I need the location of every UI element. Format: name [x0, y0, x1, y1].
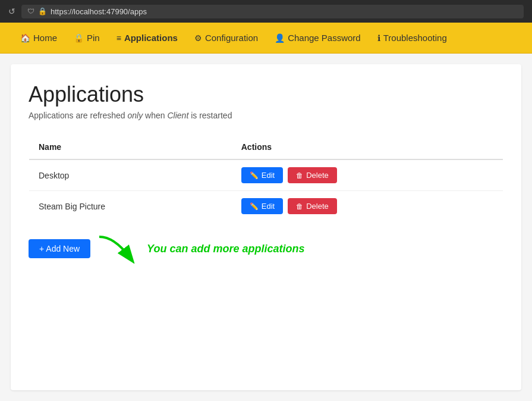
add-new-label: + Add New — [39, 244, 80, 253]
page-subtitle: Applications are refreshed only when Cli… — [29, 111, 503, 120]
navbar: 🏠 Home 🔒 Pin ≡ Applications ⚙ Configurat… — [0, 23, 532, 54]
column-header-name: Name — [29, 135, 232, 160]
nav-applications-label: Applications — [124, 33, 178, 43]
app-name-cell: Steam Big Picture — [29, 191, 232, 222]
page-title: Applications — [29, 82, 503, 107]
nav-home-label: Home — [33, 33, 57, 43]
lock-icon: 🔒 — [38, 7, 47, 15]
url-display: https://localhost:47990/apps — [51, 7, 147, 16]
table-row: Steam Big Picture✏️Edit🗑Delete — [29, 191, 503, 222]
nav-pin[interactable]: 🔒 Pin — [65, 23, 108, 53]
add-new-button[interactable]: + Add New — [29, 239, 90, 258]
table-header-row: Name Actions — [29, 135, 503, 160]
add-new-section: + Add New You can add more applications — [29, 234, 503, 264]
nav-troubleshooting-label: Troubleshooting — [383, 33, 447, 43]
app-actions-cell: ✏️Edit🗑Delete — [232, 191, 503, 222]
info-icon: ℹ — [377, 33, 380, 43]
delete-button-steam[interactable]: 🗑Delete — [288, 198, 337, 214]
reload-icon[interactable]: ↺ — [8, 7, 15, 16]
edit-button-steam[interactable]: ✏️Edit — [241, 198, 283, 214]
gear-icon: ⚙ — [194, 33, 202, 43]
column-header-actions: Actions — [232, 135, 503, 160]
annotation-text: You can add more applications — [147, 243, 304, 255]
page-wrapper: 🏠 Home 🔒 Pin ≡ Applications ⚙ Configurat… — [0, 23, 532, 401]
nav-configuration-label: Configuration — [205, 33, 258, 43]
actions-container: ✏️Edit🗑Delete — [241, 167, 493, 183]
annotation-wrapper: You can add more applications — [96, 234, 304, 264]
main-content: Applications Applications are refreshed … — [11, 64, 521, 390]
browser-chrome: ↺ 🛡 🔒 https://localhost:47990/apps — [0, 0, 532, 23]
applications-table: Name Actions Desktop✏️Edit🗑DeleteSteam B… — [29, 134, 503, 222]
security-icon: 🛡 — [27, 7, 34, 15]
address-bar[interactable]: 🛡 🔒 https://localhost:47990/apps — [21, 5, 524, 18]
app-actions-cell: ✏️Edit🗑Delete — [232, 159, 503, 191]
nav-applications[interactable]: ≡ Applications — [108, 23, 186, 53]
nav-home[interactable]: 🏠 Home — [12, 23, 65, 53]
nav-change-password-label: Change Password — [288, 33, 361, 43]
pin-icon: 🔒 — [74, 33, 84, 43]
nav-configuration[interactable]: ⚙ Configuration — [186, 23, 266, 53]
menu-icon: ≡ — [117, 33, 121, 43]
edit-icon: ✏️ — [250, 171, 259, 180]
app-name-cell: Desktop — [29, 159, 232, 191]
delete-button-desktop[interactable]: 🗑Delete — [288, 167, 337, 183]
actions-container: ✏️Edit🗑Delete — [241, 198, 493, 214]
edit-button-desktop[interactable]: ✏️Edit — [241, 167, 283, 183]
table-row: Desktop✏️Edit🗑Delete — [29, 159, 503, 191]
nav-pin-label: Pin — [87, 33, 100, 43]
nav-troubleshooting[interactable]: ℹ Troubleshooting — [369, 23, 455, 53]
user-icon: 👤 — [275, 33, 285, 43]
trash-icon: 🗑 — [296, 171, 303, 180]
trash-icon: 🗑 — [296, 202, 303, 211]
edit-icon: ✏️ — [250, 202, 259, 211]
nav-change-password[interactable]: 👤 Change Password — [266, 23, 369, 53]
arrow-icon — [96, 234, 144, 264]
home-icon: 🏠 — [20, 33, 30, 43]
